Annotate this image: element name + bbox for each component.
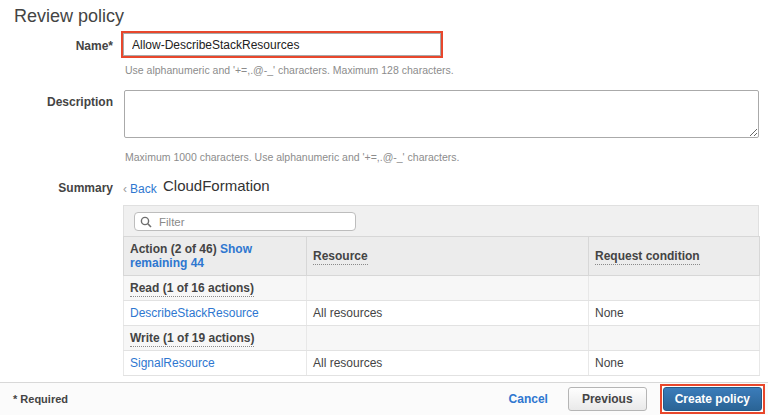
description-help-text: Maximum 1000 characters. Use alphanumeri… [125, 151, 459, 163]
description-textarea[interactable] [124, 90, 759, 138]
create-policy-button[interactable]: Create policy [663, 387, 762, 411]
name-input[interactable] [123, 33, 441, 56]
back-link[interactable]: ‹Back [123, 182, 157, 196]
table-header-row: Action (2 of 46) Show remaining 44 Resou… [124, 237, 760, 276]
column-header-action: Action (2 of 46) Show remaining 44 [124, 237, 307, 276]
group-row-write: Write (1 of 19 actions) [124, 326, 760, 351]
name-field-highlight-annotation [121, 31, 443, 58]
table-row: SignalResource All resources None [124, 351, 760, 376]
table-row: DescribeStackResource All resources None [124, 301, 760, 326]
filter-input[interactable] [134, 212, 356, 231]
summary-label: Summary [0, 181, 113, 195]
resource-cell: All resources [307, 351, 589, 376]
service-name-heading: CloudFormation [163, 177, 270, 194]
create-policy-highlight-annotation: Create policy [660, 384, 765, 414]
filter-bar [123, 205, 759, 236]
action-count-label: Action (2 of 46) [130, 242, 217, 256]
policy-summary-panel: Action (2 of 46) Show remaining 44 Resou… [123, 205, 759, 376]
resource-cell: All resources [307, 301, 589, 326]
previous-button[interactable]: Previous [568, 387, 647, 411]
footer-action-bar: * Required Cancel Previous Create policy [0, 382, 768, 415]
group-row-read: Read (1 of 16 actions) [124, 276, 760, 301]
cancel-link[interactable]: Cancel [509, 392, 548, 406]
name-help-text: Use alphanumeric and '+=,.@-_' character… [125, 64, 454, 76]
action-link-signal-resource[interactable]: SignalResource [130, 356, 215, 370]
policy-summary-table: Action (2 of 46) Show remaining 44 Resou… [123, 236, 760, 376]
write-group-label: Write (1 of 19 actions) [130, 331, 254, 347]
back-link-label: Back [130, 182, 157, 196]
name-label: Name* [0, 39, 113, 53]
request-condition-cell: None [589, 351, 760, 376]
chevron-left-icon: ‹ [123, 182, 127, 196]
column-header-request-condition: Request condition [589, 237, 760, 276]
read-group-label: Read (1 of 16 actions) [130, 281, 254, 297]
request-condition-cell: None [589, 301, 760, 326]
action-link-describe-stack-resource[interactable]: DescribeStackResource [130, 306, 259, 320]
page-title: Review policy [14, 6, 124, 27]
required-note: * Required [13, 393, 68, 405]
description-label: Description [0, 95, 113, 109]
column-header-resource: Resource [307, 237, 589, 276]
